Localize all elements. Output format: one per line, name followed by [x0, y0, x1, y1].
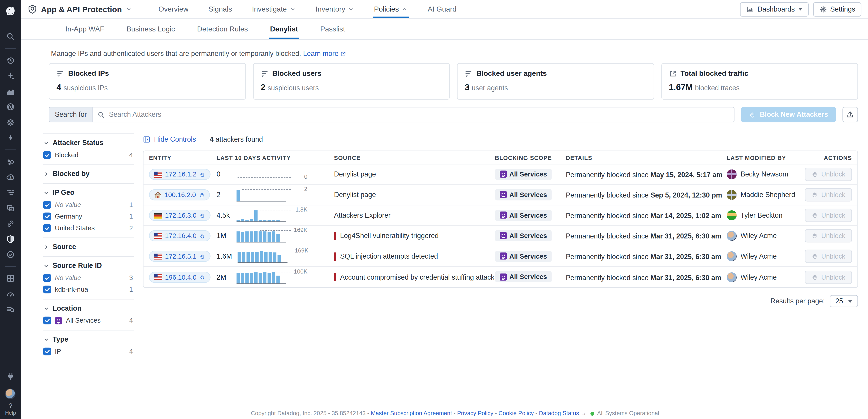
entity-ip[interactable]: 172.16.3.0	[165, 212, 196, 219]
settings-button[interactable]: Settings	[813, 2, 861, 17]
facet-item[interactable]: United States2	[43, 224, 134, 232]
column-header[interactable]: LAST MODIFIED BY	[727, 154, 809, 161]
service-level-objectives-icon[interactable]	[6, 250, 15, 259]
column-header[interactable]: ACTIONS	[809, 154, 852, 161]
ci-pipelines-icon[interactable]	[6, 219, 15, 228]
entity-pill[interactable]: 196.10.4.0	[149, 271, 210, 283]
tab-business-logic[interactable]: Business Logic	[116, 19, 186, 39]
facet-header[interactable]: Blocked by	[43, 170, 134, 178]
top-nav-item[interactable]: Overview	[149, 0, 198, 18]
column-header[interactable]: ENTITY	[149, 154, 216, 161]
rum-icon[interactable]	[6, 204, 15, 213]
unblock-button[interactable]: Unblock	[805, 250, 852, 263]
blocking-scope-pill[interactable]: All Services	[495, 169, 552, 180]
column-header[interactable]: SOURCE	[334, 154, 495, 161]
facet-header[interactable]: Type	[43, 335, 134, 343]
unblock-button[interactable]: Unblock	[805, 229, 852, 243]
help-button[interactable]: ?Help	[5, 403, 16, 416]
datadog-logo[interactable]	[0, 0, 21, 21]
checkbox-checked[interactable]	[43, 317, 51, 324]
facet-item[interactable]: IP4	[43, 348, 134, 355]
checkbox-checked[interactable]	[43, 286, 51, 293]
entity-ip[interactable]: 196.10.4.0	[165, 273, 196, 281]
checkbox-checked[interactable]	[43, 224, 51, 232]
column-header[interactable]: BLOCKING SCOPE	[495, 154, 566, 161]
audit-trail-icon[interactable]	[6, 305, 15, 314]
top-nav-item[interactable]: Policies	[364, 0, 418, 18]
infrastructure-icon[interactable]	[6, 118, 15, 127]
top-nav-item[interactable]: Inventory	[306, 0, 364, 18]
summary-card[interactable]: Blocked user agents 3user agents	[457, 63, 654, 100]
blocking-scope-pill[interactable]: All Services	[495, 251, 552, 262]
unblock-button[interactable]: Unblock	[805, 168, 852, 181]
unblock-button[interactable]: Unblock	[805, 208, 852, 222]
summary-card[interactable]: Total blocked traffic 1.67Mblocked trace…	[661, 63, 858, 100]
ai-assistant-icon[interactable]	[6, 71, 15, 80]
results-per-page-select[interactable]: 25	[830, 295, 858, 307]
facet-item[interactable]: Blocked4	[43, 151, 134, 159]
footer-link[interactable]: Privacy Policy	[457, 410, 493, 416]
entity-ip[interactable]: 100.16.2.0	[164, 191, 196, 199]
entity-ip[interactable]: 172.16.5.1	[165, 253, 196, 260]
service-management-icon[interactable]	[6, 157, 15, 166]
checkbox-checked[interactable]	[43, 213, 51, 220]
summary-card[interactable]: Blocked IPs 4suspicious IPs	[49, 63, 246, 100]
learn-more-link[interactable]: Learn more	[303, 50, 346, 58]
unblock-button[interactable]: Unblock	[805, 270, 852, 284]
history-icon[interactable]	[6, 56, 15, 65]
tab-detection-rules[interactable]: Detection Rules	[186, 19, 259, 39]
apm-icon[interactable]	[6, 133, 15, 142]
product-switcher[interactable]: App & API Protection	[28, 0, 132, 18]
tab-passlist[interactable]: Passlist	[309, 19, 356, 39]
monitoring-icon[interactable]	[6, 290, 15, 298]
logs-icon[interactable]	[6, 188, 15, 197]
tab-in-app-waf[interactable]: In-App WAF	[54, 19, 116, 39]
facet-header[interactable]: IP Geo	[43, 189, 134, 196]
blocking-scope-pill[interactable]: All Services	[495, 271, 552, 282]
facet-item[interactable]: No value3	[43, 274, 134, 282]
footer-link[interactable]: Cookie Policy	[498, 410, 534, 416]
hide-controls-button[interactable]: Hide Controls	[143, 135, 196, 143]
column-header[interactable]: DETAILS	[566, 154, 727, 161]
tab-denylist[interactable]: Denylist	[259, 19, 309, 39]
entity-pill[interactable]: 100.16.2.0	[149, 189, 210, 200]
entity-ip[interactable]: 172.16.1.2	[165, 170, 196, 178]
facet-item[interactable]: Germany1	[43, 213, 134, 220]
column-header[interactable]: LAST 10 DAYS ACTIVITY	[217, 154, 334, 161]
integrations-icon[interactable]	[6, 372, 15, 381]
footer-link[interactable]: Datadog Status	[539, 410, 579, 416]
cloud-cost-icon[interactable]: $	[6, 173, 15, 182]
top-nav-item[interactable]: AI Guard	[418, 0, 466, 18]
facet-header[interactable]: Source Rule ID	[43, 262, 134, 269]
facet-item[interactable]: kdb-irk-nua1	[43, 286, 134, 293]
checkbox-checked[interactable]	[43, 348, 51, 355]
entity-pill[interactable]: 172.16.1.2	[149, 169, 210, 180]
checkbox-checked[interactable]	[43, 151, 51, 159]
facet-header[interactable]: Source	[43, 243, 134, 251]
entity-ip[interactable]: 172.16.4.0	[165, 232, 196, 239]
entity-pill[interactable]: 172.16.5.1	[149, 251, 210, 262]
facet-item[interactable]: No value1	[43, 201, 134, 208]
blocking-scope-pill[interactable]: All Services	[495, 189, 552, 200]
search-icon[interactable]	[6, 32, 15, 41]
entity-pill[interactable]: 172.16.4.0	[149, 230, 210, 241]
block-new-attackers-button[interactable]: Block New Attackers	[741, 107, 836, 122]
watchdog-icon[interactable]	[6, 102, 15, 111]
blocking-scope-pill[interactable]: All Services	[495, 210, 552, 221]
search-input[interactable]	[108, 110, 729, 119]
export-button[interactable]	[842, 107, 858, 122]
top-nav-item[interactable]: Investigate	[242, 0, 306, 18]
facet-header[interactable]: Attacker Status	[43, 139, 134, 147]
blocking-scope-pill[interactable]: All Services	[495, 230, 552, 241]
dashboards-icon[interactable]	[6, 87, 15, 96]
unblock-button[interactable]: Unblock	[805, 188, 852, 201]
search-scope-selector[interactable]: Search for	[49, 107, 93, 122]
checkbox-checked[interactable]	[43, 201, 51, 208]
summary-card[interactable]: Blocked users 2suspicious users	[253, 63, 450, 100]
footer-link[interactable]: Master Subscription Agreement	[371, 410, 452, 416]
checkbox-checked[interactable]	[43, 274, 51, 282]
user-avatar[interactable]	[5, 389, 16, 399]
error-tracking-icon[interactable]	[6, 274, 15, 283]
facet-item[interactable]: All Services4	[43, 317, 134, 324]
entity-pill[interactable]: 172.16.3.0	[149, 210, 210, 221]
